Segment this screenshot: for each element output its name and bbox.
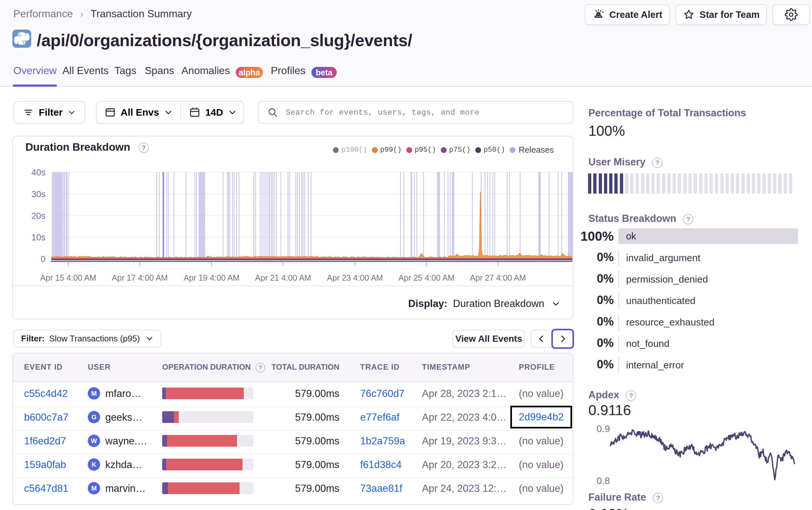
svg-text:Apr 17 4:00 AM: Apr 17 4:00 AM xyxy=(112,273,168,282)
svg-text:Apr 19 4:00 AM: Apr 19 4:00 AM xyxy=(184,273,239,282)
svg-text:40s: 40s xyxy=(31,168,46,177)
svg-text:Apr 21 4:00 AM: Apr 21 4:00 AM xyxy=(255,273,311,282)
svg-text:Apr 25 4:00 AM: Apr 25 4:00 AM xyxy=(399,273,455,282)
svg-text:20s: 20s xyxy=(31,211,46,221)
svg-text:0: 0 xyxy=(40,254,46,264)
svg-text:10s: 10s xyxy=(31,233,46,242)
svg-text:Apr 15 4:00 AM: Apr 15 4:00 AM xyxy=(40,273,96,282)
svg-text:Apr 27 4:00 AM: Apr 27 4:00 AM xyxy=(470,273,526,282)
svg-text:30s: 30s xyxy=(31,189,46,199)
svg-text:Apr 23 4:00 AM: Apr 23 4:00 AM xyxy=(327,273,383,282)
